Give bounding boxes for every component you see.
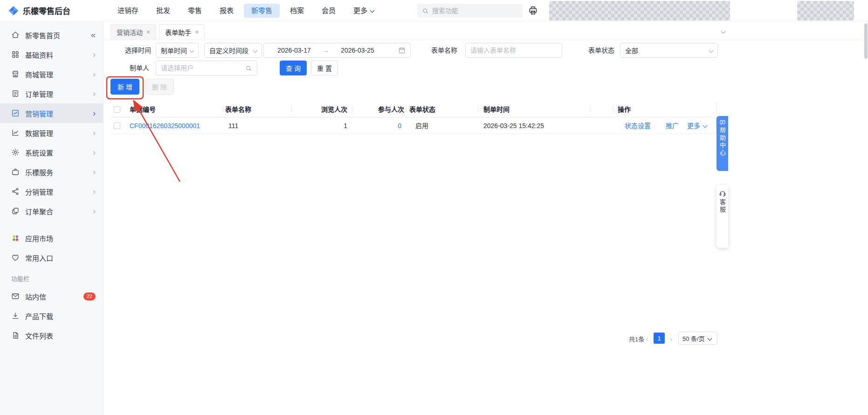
status-cell: 启用 [415, 117, 428, 134]
help-center-label: 帮助中心 [718, 127, 727, 157]
time-filter-label: 选择时间 [125, 43, 151, 58]
tab-overflow-chevron-icon[interactable] [718, 27, 725, 36]
sidebar-item-app-market[interactable]: 应用市场 [0, 228, 103, 248]
chevron-right-icon: › [93, 168, 96, 176]
sidebar-item-lemon-services[interactable]: 乐檬服务 › [0, 162, 103, 182]
nav-item-report[interactable]: 报表 [212, 4, 241, 18]
promote-link[interactable]: 推广 [666, 117, 679, 134]
logo-diamond-icon [8, 6, 19, 16]
time-range-select[interactable]: 自定义时间段 [204, 43, 262, 58]
pagination-total: 共1条 [629, 334, 644, 345]
nav-item-retail[interactable]: 零售 [180, 4, 209, 18]
nav-item-new-retail[interactable]: 新零售 [244, 4, 280, 18]
help-center-panel[interactable]: 帮助中心 [716, 116, 728, 171]
sidebar-section-label: 功能栏 [0, 267, 103, 286]
date-from[interactable]: 2026-03-17 [269, 47, 320, 54]
column-divider [291, 106, 292, 113]
nav-item-more[interactable]: 更多 [346, 4, 381, 18]
column-divider [613, 106, 613, 113]
form-name-input[interactable] [470, 47, 557, 54]
current-page-button[interactable]: 1 [654, 333, 665, 344]
query-button[interactable]: 查 询 [280, 61, 307, 75]
more-dropdown-link[interactable]: 更多 [687, 117, 707, 134]
collapse-sidebar-icon[interactable]: « [91, 30, 96, 40]
sidebar-item-data-management[interactable]: 数据管理 › [0, 123, 103, 143]
delete-button[interactable]: 删 除 [145, 79, 174, 95]
chevron-down-icon [370, 8, 375, 13]
app-logo[interactable]: 乐檬零售后台 [0, 5, 103, 16]
sidebar-item-label: 订单聚合 [25, 206, 53, 216]
sidebar-item-order-management[interactable]: 订单管理 › [0, 84, 103, 103]
form-status-label: 表单状态 [588, 43, 614, 58]
sidebar-item-marketing-management[interactable]: 营销管理 › [0, 103, 103, 123]
maker-input[interactable] [161, 64, 245, 72]
search-input[interactable] [432, 7, 518, 14]
sidebar-item-system-settings[interactable]: 系统设置 › [0, 143, 103, 162]
prev-page-icon[interactable]: ‹ [646, 333, 648, 345]
nav-item-members[interactable]: 会员 [314, 4, 343, 18]
app-title: 乐檬零售后台 [23, 5, 70, 16]
global-search[interactable] [417, 4, 523, 18]
column-divider [352, 106, 352, 113]
maker-field[interactable] [156, 61, 257, 75]
header-participants: 参与人次 [353, 102, 404, 117]
customer-service-panel[interactable]: 客服 [716, 185, 728, 248]
home-icon [11, 31, 20, 39]
form-name-field[interactable] [465, 43, 562, 58]
nav-item-archives[interactable]: 档案 [282, 4, 311, 18]
sidebar-item-product-download[interactable]: 产品下载 [0, 306, 103, 326]
forms-table: 单据编号 表单名称 浏览人次 参与人次 表单状态 制单时间 操作 CF00016… [110, 102, 727, 134]
row-checkbox[interactable] [114, 122, 120, 129]
unread-count-badge: 22 [83, 293, 96, 300]
search-icon [422, 7, 429, 14]
sidebar-item-order-aggregation[interactable]: 订单聚合 › [0, 201, 103, 221]
sidebar-item-label: 订单管理 [25, 89, 53, 99]
column-divider [590, 106, 590, 113]
sidebar-item-common-entry[interactable]: 常用入口 [0, 248, 103, 267]
date-range-picker[interactable]: 2026-03-17 → 2026-03-25 [263, 43, 411, 58]
add-button[interactable]: 新 增 [110, 79, 139, 95]
vertical-scrollbar-thumb[interactable] [864, 23, 868, 59]
chevron-right-icon: › [93, 89, 96, 98]
next-page-icon[interactable]: › [670, 333, 673, 345]
doc-no-link[interactable]: CF00016260325000001 [130, 117, 200, 134]
close-icon[interactable]: × [146, 29, 150, 35]
download-icon [11, 312, 20, 320]
maker-label: 制单人 [130, 61, 149, 75]
tab-marketing-activity[interactable]: 营销活动 × [110, 24, 156, 40]
select-all-checkbox[interactable] [114, 106, 120, 113]
nav-item-purchase[interactable]: 进销存 [110, 4, 146, 18]
sidebar-item-messages[interactable]: 站内信 22 [0, 286, 103, 306]
chevron-right-icon: › [93, 187, 96, 196]
tab-form-assistant[interactable]: 表单助手 × [159, 24, 205, 40]
arrow-right-icon: → [323, 47, 329, 54]
tab-label: 表单助手 [165, 27, 191, 37]
time-range-value: 自定义时间段 [209, 46, 248, 55]
time-type-select[interactable]: 制单时间 [156, 43, 199, 58]
sidebar-item-label: 分销管理 [25, 187, 53, 197]
column-divider [223, 106, 223, 113]
sidebar-item-home[interactable]: 新零售首页 « [0, 25, 103, 45]
form-status-select[interactable]: 全部 [620, 43, 718, 58]
printer-icon[interactable] [528, 5, 538, 16]
chevron-down-icon [707, 336, 712, 340]
sidebar-item-file-list[interactable]: 文件列表 [0, 326, 103, 345]
sidebar-item-label: 乐檬服务 [25, 167, 53, 177]
table-header-row: 单据编号 表单名称 浏览人次 参与人次 表单状态 制单时间 操作 [110, 102, 727, 117]
page-size-select[interactable]: 50 条/页 [678, 332, 717, 345]
status-setting-link[interactable]: 状态设置 [625, 117, 651, 134]
sidebar: 新零售首页 « 基础资料 › 商城管理 › 订单管理 › 营销管理 › 数据管理… [0, 21, 103, 415]
sidebar-item-distribution-management[interactable]: 分销管理 › [0, 182, 103, 201]
sidebar-item-label: 站内信 [25, 292, 46, 301]
reset-button[interactable]: 重 置 [311, 61, 338, 75]
close-icon[interactable]: × [195, 29, 199, 35]
header-actions: 操作 [618, 102, 631, 117]
sidebar-item-basic-data[interactable]: 基础资料 › [0, 45, 103, 64]
chevron-right-icon: › [93, 50, 96, 59]
participants-link[interactable]: 0 [350, 117, 401, 134]
sidebar-item-mall-management[interactable]: 商城管理 › [0, 64, 103, 84]
calendar-icon [398, 47, 406, 54]
chevron-down-icon [709, 48, 714, 53]
nav-item-wholesale[interactable]: 批发 [149, 4, 178, 18]
date-to[interactable]: 2026-03-25 [332, 47, 383, 54]
